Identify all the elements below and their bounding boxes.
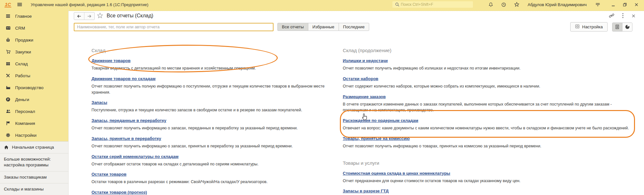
- report-description: Товарная ведомость с детализацией по мес…: [91, 65, 343, 71]
- report-link[interactable]: Остатки товаров: [91, 172, 126, 177]
- sidebar-item-label: Продажи: [15, 38, 33, 42]
- report-filter-tabs: Все отчеты Избранные Последние: [277, 23, 369, 31]
- sidebar-item-8[interactable]: Персонал: [0, 106, 68, 117]
- report-link[interactable]: Остатки наборов: [343, 76, 378, 81]
- report-link[interactable]: Запасы: [91, 100, 107, 105]
- reports-column-0: СкладДвижение товаровТоварная ведомость …: [91, 48, 343, 195]
- sidebar-item-10[interactable]: Настройки: [0, 129, 68, 141]
- user-name[interactable]: Абдулов Юрий Владимирович: [528, 2, 587, 7]
- notifications-bell-icon[interactable]: [488, 1, 494, 8]
- toolbar: Все отчеты Избранные Последние Настройка: [69, 21, 644, 35]
- sidebar-item-7[interactable]: РДеньги: [0, 94, 68, 106]
- settings-icon: [575, 24, 580, 30]
- basket-icon: [6, 38, 11, 42]
- sidebar-footer-label: Больше возможностей: настройка программы: [4, 156, 64, 168]
- gear-icon: [6, 133, 11, 138]
- report-description: Отчет содержит количество наборов, котор…: [343, 83, 631, 89]
- report-link[interactable]: Излишки и недостачи: [343, 58, 388, 63]
- tab-favorites[interactable]: Избранные: [308, 23, 339, 31]
- report-item: Остатки товаровОстатки товаров в различн…: [91, 171, 343, 185]
- report-item: Остатки наборовОтчет содержит количество…: [343, 76, 631, 89]
- main-menu-icon[interactable]: [16, 1, 23, 8]
- sidebar-item-label: Персонал: [15, 109, 35, 114]
- report-search-input[interactable]: [74, 23, 274, 31]
- settings-button[interactable]: Настройка: [570, 22, 608, 32]
- more-menu-icon[interactable]: [622, 13, 624, 20]
- titlebar: 1С Управление нашей фирмой, редакция 1.6…: [0, 0, 644, 9]
- sidebar-footer-item-2[interactable]: Заказы поставщикам: [0, 172, 68, 183]
- sidebar-item-label: Настройки: [15, 133, 36, 138]
- report-link[interactable]: Размещение заказов: [343, 94, 386, 99]
- sidebar-item-9[interactable]: Компания: [0, 117, 68, 129]
- sidebar-item-label: Деньги: [15, 97, 29, 102]
- report-link[interactable]: Движение товаров: [91, 58, 130, 63]
- report-description: Отчет позволяет получить полную информац…: [91, 83, 343, 96]
- page-star-icon[interactable]: [97, 13, 103, 20]
- works-icon: [6, 73, 11, 78]
- history-nav-buttons: [74, 12, 95, 20]
- minimize-icon[interactable]: [610, 1, 616, 8]
- search-icon: [394, 1, 400, 8]
- sidebar-item-4[interactable]: Склад: [0, 58, 68, 70]
- sidebar-item-label: Главное: [15, 14, 32, 19]
- flag-icon: [6, 121, 11, 126]
- report-section: Склад (продолжение)Излишки и недостачиОт…: [343, 48, 631, 149]
- report-item: Остатки товаров (прогноз)Остатки товаров…: [91, 189, 343, 195]
- sidebar-item-1[interactable]: CRM: [0, 22, 68, 34]
- report-link[interactable]: Стоимостная оценка склада в ценах номенк…: [343, 171, 450, 176]
- report-link[interactable]: Расхождения по ордерным складам: [343, 118, 418, 123]
- global-search-input[interactable]: [400, 2, 471, 7]
- sidebar-footer-item-0[interactable]: Начальная страница: [0, 142, 68, 153]
- sidebar-item-5[interactable]: Работы: [0, 70, 68, 82]
- report-description: Поступление, отгрузка и текущее количест…: [91, 107, 343, 113]
- favorites-star-icon[interactable]: [514, 1, 520, 8]
- report-link[interactable]: Остатки серий номенклатуры по складам: [91, 154, 178, 159]
- report-item: Расхождения по ордерным складамОтвечает …: [343, 117, 631, 131]
- sidebar-item-6[interactable]: Производство: [0, 82, 68, 94]
- tab-all-reports[interactable]: Все отчеты: [277, 23, 308, 31]
- report-item: Запасы, принятые в переработкуОтчет позв…: [91, 135, 343, 149]
- list-view-button[interactable]: [612, 23, 622, 31]
- tab-recent[interactable]: Последние: [339, 23, 369, 31]
- close-page-icon[interactable]: [631, 14, 636, 19]
- sidebar-item-label: Закупки: [15, 50, 31, 54]
- sidebar-item-label: Компания: [15, 121, 35, 126]
- restore-window-icon[interactable]: [621, 1, 628, 8]
- global-search[interactable]: [392, 1, 473, 8]
- report-link[interactable]: Запасы, переданные в переработку: [91, 118, 166, 123]
- report-link[interactable]: Запасы, принятые в переработку: [91, 136, 161, 141]
- report-item: Остатки серий номенклатуры по складамОтч…: [91, 153, 343, 167]
- pie-view-button[interactable]: [622, 23, 632, 31]
- sidebar-nav: ГлавноеCRMПродажиЗакупкиСкладРаботыПроиз…: [0, 9, 68, 141]
- back-button[interactable]: [74, 13, 84, 20]
- settings-button-label: Настройка: [582, 24, 603, 29]
- content-header: Все отчеты (Склад): [69, 11, 644, 21]
- sidebar-item-label: Производство: [15, 85, 43, 90]
- sidebar-footer-item-1[interactable]: Больше возможностей: настройка программы: [0, 153, 68, 171]
- report-item: Запасы, переданные в переработкуОтчет по…: [91, 117, 343, 131]
- reports-column-1: Склад (продолжение)Излишки и недостачиОт…: [343, 48, 631, 195]
- section-header: Склад (продолжение): [343, 48, 631, 53]
- sidebar-item-3[interactable]: Закупки: [0, 46, 68, 58]
- view-toggle: [612, 23, 632, 32]
- close-window-icon[interactable]: [633, 1, 639, 8]
- cart-icon: [6, 50, 11, 54]
- forward-button[interactable]: [84, 13, 94, 20]
- report-item: Стоимостная оценка склада в ценах номенк…: [343, 170, 631, 184]
- warehouse-grid-icon: [6, 61, 11, 66]
- report-link[interactable]: Запасы в разрезе ГТД: [343, 189, 389, 193]
- report-description: Отчет отображает остаток товаров на скла…: [91, 161, 343, 167]
- report-link[interactable]: Товары, принятые на комиссию: [343, 136, 410, 141]
- history-clock-icon[interactable]: [501, 1, 507, 8]
- report-link[interactable]: Остатки товаров (прогноз): [91, 190, 147, 195]
- user-menu-icon[interactable]: [594, 1, 601, 8]
- people-icon: [6, 109, 11, 114]
- sidebar-item-0[interactable]: Главное: [0, 10, 68, 22]
- money-ruble-icon: Р: [6, 97, 11, 102]
- report-link[interactable]: Движение товаров по складам: [91, 76, 156, 81]
- sidebar-footer-item-3[interactable]: Склады и магазины: [0, 183, 68, 195]
- page-title: Все отчеты (Склад): [107, 13, 153, 19]
- sidebar-item-2[interactable]: Продажи: [0, 34, 68, 46]
- sidebar-footer-label: Заказы поставщикам: [4, 174, 47, 180]
- get-link-icon[interactable]: [609, 13, 614, 20]
